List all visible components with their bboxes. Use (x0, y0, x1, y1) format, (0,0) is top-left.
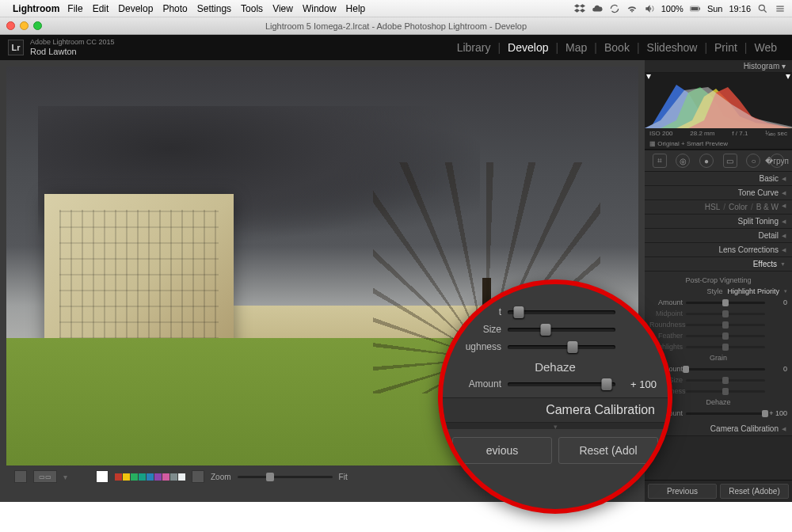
radial-tool[interactable]: ○ (746, 154, 760, 168)
panel-lens[interactable]: Lens Corrections◀ (645, 243, 792, 257)
menu-file[interactable]: File (67, 3, 82, 14)
battery-percent: 100% (661, 4, 683, 13)
module-print[interactable]: Print (707, 41, 744, 54)
sync-icon[interactable] (609, 3, 620, 14)
mag-previous-button[interactable]: evious (452, 437, 552, 464)
svg-marker-14 (786, 74, 790, 79)
window-minimize-button[interactable] (20, 21, 29, 30)
vignette-title: Post-Crop Vignetting (649, 276, 787, 284)
menu-window[interactable]: Window (303, 3, 337, 14)
loupe-view-button[interactable] (14, 470, 27, 483)
gradient-tool[interactable]: ▭ (723, 154, 737, 168)
menu-extras-icon[interactable] (775, 3, 786, 14)
mag-dehaze-slider[interactable]: Amount + 100 (454, 375, 657, 393)
histogram-header[interactable]: Histogram ▾ (645, 60, 792, 73)
window-close-button[interactable] (6, 21, 15, 30)
window-zoom-button[interactable] (33, 21, 42, 30)
zoom-callout: t Size ughness Dehaze Amount + 100 Camer… (438, 279, 672, 514)
brand-line1: Adobe Lightroom CC 2015 (30, 39, 115, 47)
module-web[interactable]: Web (747, 41, 784, 54)
svg-rect-2 (691, 7, 698, 10)
lightroom-header: Lr Adobe Lightroom CC 2015 Rod Lawton Li… (0, 35, 792, 60)
brush-tool[interactable]: �груп (770, 154, 784, 168)
module-book[interactable]: Book (597, 41, 637, 54)
volume-icon[interactable] (644, 3, 655, 14)
mag-slider-size[interactable]: Size (454, 321, 657, 338)
before-after-button[interactable]: ▭▭ (33, 470, 57, 483)
color-label-swatches[interactable] (115, 473, 185, 481)
menu-settings[interactable]: Settings (197, 3, 231, 14)
mag-slider-roughness[interactable]: ughness (454, 338, 657, 355)
vignette-midpoint-slider[interactable]: Midpoint (649, 308, 787, 319)
menu-develop[interactable]: Develop (118, 3, 153, 14)
panel-splittoning[interactable]: Split Toning◀ (645, 215, 792, 229)
dropbox-icon[interactable] (574, 3, 585, 14)
tool-strip: ⌗ ◎ ● ▭ ○ �груп (645, 150, 792, 172)
window-title: Lightroom 5 Iomega-2.lrcat - Adobe Photo… (265, 21, 527, 31)
panel-basic[interactable]: Basic◀ (645, 172, 792, 186)
vignette-highlights-slider[interactable]: Highlights (649, 341, 787, 352)
panel-detail[interactable]: Detail◀ (645, 229, 792, 243)
module-library[interactable]: Library (450, 41, 498, 54)
fit-label[interactable]: Fit (339, 473, 348, 481)
module-slideshow[interactable]: Slideshow (640, 41, 705, 54)
window-titlebar: Lightroom 5 Iomega-2.lrcat - Adobe Photo… (0, 17, 792, 35)
vignette-style-select[interactable]: Highlight Priority (727, 287, 779, 295)
svg-rect-1 (699, 7, 700, 10)
clock-day: Sun (707, 4, 723, 13)
histogram-meta: ISO 200 28.2 mm f / 7.1 ¹⁄₄₂₀ sec (645, 128, 792, 139)
menu-photo[interactable]: Photo (162, 3, 187, 14)
wifi-icon[interactable] (626, 3, 638, 14)
battery-icon[interactable] (690, 3, 701, 14)
clock-time: 19:16 (729, 4, 751, 13)
module-develop[interactable]: Develop (501, 41, 555, 54)
spot-tool[interactable]: ◎ (676, 154, 690, 168)
meta-iso: ISO 200 (649, 130, 672, 137)
mag-reset-button[interactable]: Reset (Adol (558, 437, 658, 464)
grain-title: Grain (649, 354, 787, 362)
vignette-feather-slider[interactable]: Feather (649, 330, 787, 341)
menu-tools[interactable]: Tools (241, 3, 263, 14)
cloud-icon[interactable] (592, 3, 603, 14)
meta-focal: 28.2 mm (690, 130, 714, 137)
histogram-preview-status: ▦ Original + Smart Preview (645, 139, 792, 150)
histogram-display[interactable] (645, 73, 792, 128)
identity-plate-name: Rod Lawton (30, 47, 115, 56)
svg-point-3 (759, 5, 764, 10)
panel-tonecurve[interactable]: Tone Curve◀ (645, 186, 792, 200)
module-picker: Library| Develop| Map| Book| Slideshow| … (450, 41, 784, 54)
zoom-label: Zoom (211, 473, 231, 481)
panel-effects[interactable]: Effects▼ (645, 257, 792, 272)
redeye-tool[interactable]: ● (699, 154, 714, 168)
mag-calibration-header[interactable]: Camera Calibration (443, 397, 668, 423)
zoom-slider[interactable] (238, 476, 333, 478)
vignette-amount-slider[interactable]: Amount0 (649, 297, 787, 308)
reset-button[interactable]: Reset (Adobe) (720, 484, 789, 499)
previous-button[interactable]: Previous (648, 484, 717, 499)
spotlight-icon[interactable] (757, 3, 768, 14)
menu-edit[interactable]: Edit (93, 3, 109, 14)
flag-pick-button[interactable] (96, 470, 109, 483)
svg-line-4 (764, 10, 767, 12)
macos-menubar: Lightroom File Edit Develop Photo Settin… (0, 0, 792, 17)
lightroom-logo-icon: Lr (8, 40, 24, 55)
menu-help[interactable]: Help (346, 3, 366, 14)
rating-button[interactable] (192, 470, 204, 483)
panel-hsl[interactable]: HSL/ Color/ B & W◀ (645, 200, 792, 215)
svg-marker-13 (646, 74, 651, 79)
menu-view[interactable]: View (272, 3, 293, 14)
module-map[interactable]: Map (558, 41, 594, 54)
app-menu[interactable]: Lightroom (13, 3, 59, 14)
crop-tool[interactable]: ⌗ (653, 154, 667, 168)
vignette-roundness-slider[interactable]: Roundness (649, 319, 787, 330)
mag-slider-amount[interactable]: t (454, 303, 657, 321)
meta-shutter: ¹⁄₄₂₀ sec (765, 130, 787, 137)
meta-aperture: f / 7.1 (732, 130, 748, 137)
mag-dehaze-title: Dehaze (454, 360, 657, 374)
develop-right-panel: Histogram ▾ ISO 200 28.2 mm f / 7.1 ¹⁄₄₂… (645, 60, 792, 502)
